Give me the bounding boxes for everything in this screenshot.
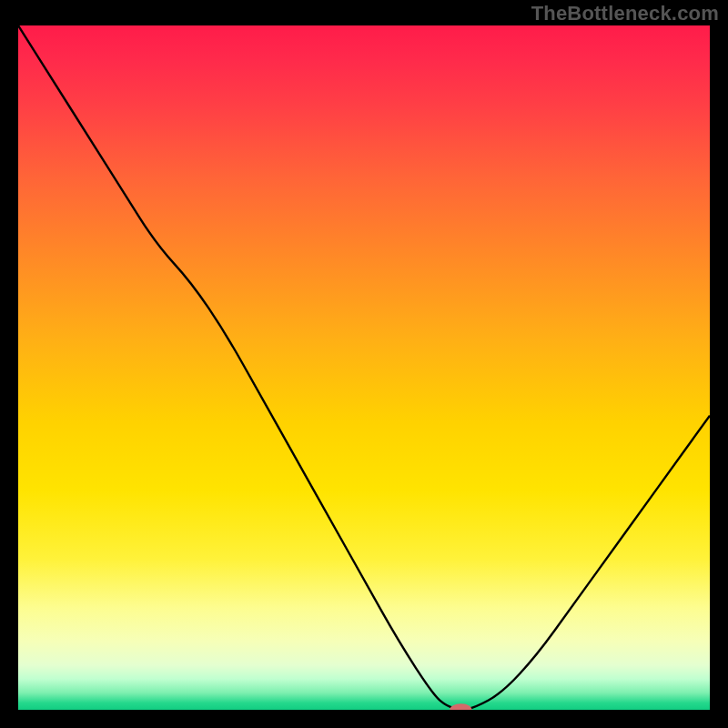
chart-root: TheBottleneck.com	[0, 0, 728, 728]
plot-area	[18, 25, 710, 710]
gradient-background	[18, 25, 710, 710]
chart-svg	[18, 25, 710, 710]
watermark-text: TheBottleneck.com	[531, 2, 719, 25]
